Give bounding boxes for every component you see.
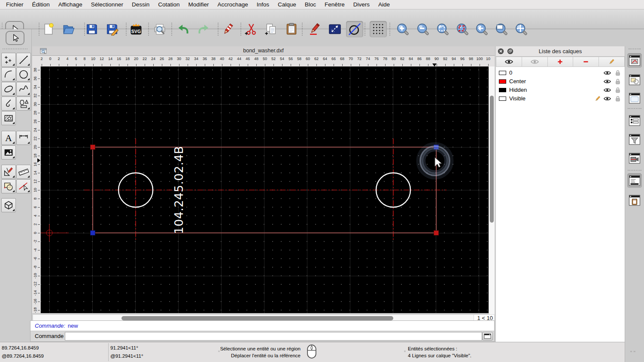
add-layer-button[interactable]: [548, 57, 574, 67]
save-button[interactable]: [83, 21, 100, 37]
layer-visibility-icon[interactable]: [604, 79, 611, 84]
menu-item-fenetre[interactable]: Fenêtre: [320, 0, 349, 9]
dock-selection-filter-button[interactable]: [627, 132, 642, 147]
menu-item-aide[interactable]: Aide: [374, 0, 394, 9]
show-all-layers-button[interactable]: [496, 57, 522, 67]
layer-row-visible[interactable]: Visible: [496, 94, 625, 103]
modify-tool-button[interactable]: [1, 165, 16, 179]
cut-button[interactable]: [243, 21, 260, 37]
print-preview-button[interactable]: [151, 21, 168, 37]
drawing-canvas[interactable]: 104.245.02.4B: [41, 66, 489, 313]
menu-item-affichage[interactable]: Affichage: [54, 0, 87, 9]
text-tool-button[interactable]: A: [1, 131, 16, 145]
new-file-button[interactable]: [40, 21, 57, 37]
vertical-scrollbar[interactable]: [489, 66, 495, 314]
save-as-button[interactable]: [103, 21, 121, 37]
menu-item-cotation[interactable]: Cotation: [154, 0, 184, 9]
measure-tool-button[interactable]: [16, 165, 31, 179]
layer-lock-icon[interactable]: [615, 70, 620, 76]
menu-item-fichier[interactable]: Fichier: [2, 0, 28, 9]
zoom-redraw-button[interactable]: [454, 21, 471, 37]
arc-tool-button[interactable]: [1, 67, 16, 81]
zoom-previous-button[interactable]: [473, 21, 490, 37]
menu-item-divers[interactable]: Divers: [349, 0, 374, 9]
dock-library-browser-button[interactable]: [627, 91, 642, 106]
dock-named-views-button[interactable]: [627, 151, 642, 166]
menu-item-selectionner[interactable]: Sélectionner: [87, 0, 128, 9]
dock-clipboard-button[interactable]: [627, 193, 642, 208]
dock-layer-list-button[interactable]: [627, 53, 642, 68]
open-file-button[interactable]: [60, 21, 77, 37]
part-label[interactable]: 104.245.02.4B: [172, 146, 185, 234]
layer-visibility-icon[interactable]: [604, 70, 611, 75]
layer-color-swatch[interactable]: [499, 88, 506, 92]
pen-attributes-button[interactable]: [307, 21, 324, 37]
spline-tool-button[interactable]: [16, 82, 31, 96]
layer-color-swatch[interactable]: [499, 79, 506, 84]
menu-item-infos[interactable]: Infos: [252, 0, 273, 9]
dock-grip[interactable]: [629, 48, 641, 49]
redo-button[interactable]: [195, 21, 212, 37]
command-input[interactable]: [65, 332, 482, 341]
command-history[interactable]: Commande:new: [30, 321, 494, 331]
block-tool-button[interactable]: [1, 179, 16, 193]
explode-button[interactable]: [326, 21, 343, 37]
horizontal-scrollbar-thumb[interactable]: [122, 316, 393, 320]
layer-lock-icon[interactable]: [615, 87, 620, 93]
menu-item-modifier[interactable]: Modifier: [184, 0, 213, 9]
layer-color-swatch[interactable]: [499, 97, 506, 101]
svg-export-button[interactable]: SVG: [128, 21, 145, 37]
remove-layer-button[interactable]: [573, 57, 599, 67]
palette-grip[interactable]: [3, 48, 27, 49]
layer-color-swatch[interactable]: [499, 71, 506, 75]
delete-button[interactable]: [219, 21, 237, 37]
menu-item-calque[interactable]: Calque: [273, 0, 301, 9]
zoom-window-button[interactable]: [493, 21, 510, 37]
undo-icon: [176, 23, 190, 36]
dock-entity-list-button[interactable]: [627, 113, 642, 128]
menu-item-edition[interactable]: Édition: [28, 0, 54, 9]
center-lines[interactable]: [84, 139, 447, 241]
arc-tool-icon: [3, 69, 14, 80]
dock-block-list-button[interactable]: [627, 72, 642, 87]
zoom-pan-button[interactable]: [513, 21, 530, 37]
dimension-tool-button[interactable]: [16, 131, 31, 145]
layer-row-hidden[interactable]: Hidden: [496, 86, 625, 94]
modify-layer-button[interactable]: [599, 57, 625, 67]
zoom-auto-button[interactable]: [434, 21, 451, 37]
layer-row-center[interactable]: Center: [496, 77, 625, 86]
image-tool-button[interactable]: [1, 145, 16, 160]
layer-visibility-icon[interactable]: [604, 87, 611, 93]
paste-button[interactable]: [283, 21, 300, 37]
layer-lock-icon[interactable]: [615, 78, 620, 84]
solid-tool-button[interactable]: [1, 198, 16, 212]
hatch-tool-button[interactable]: [1, 111, 16, 125]
snap-grid-button[interactable]: [370, 21, 387, 37]
palette-selection-pointer-button[interactable]: [6, 31, 24, 45]
ellipse-tool-button[interactable]: [1, 82, 16, 96]
undo-button[interactable]: [175, 21, 192, 37]
polyline-tool-button[interactable]: [1, 97, 16, 111]
line-tool-button[interactable]: [16, 53, 31, 67]
command-detach-button[interactable]: [482, 332, 493, 341]
dock-grip-bottom[interactable]: [630, 351, 635, 352]
hide-all-layers-button[interactable]: [522, 57, 548, 67]
dock-command-line-button[interactable]: [627, 173, 642, 188]
snap-entity-button[interactable]: [346, 21, 363, 37]
select-entity-tool-button[interactable]: [16, 179, 31, 193]
layer-lock-icon[interactable]: [615, 96, 620, 102]
copy-button[interactable]: [263, 21, 280, 37]
menu-item-dessin[interactable]: Dessin: [128, 0, 154, 9]
shapes-tool-button[interactable]: [16, 97, 31, 111]
vertical-scrollbar-thumb[interactable]: [490, 96, 494, 223]
hint-secondary: Déplacer l'entité ou la référence: [231, 353, 301, 358]
layer-visibility-icon[interactable]: [604, 96, 611, 101]
circle-tool-button[interactable]: [16, 67, 31, 81]
zoom-in-button[interactable]: [394, 21, 411, 37]
layer-row-0[interactable]: 0: [496, 69, 625, 77]
points-tool-button[interactable]: [1, 53, 16, 67]
zoom-out-button[interactable]: [414, 21, 431, 37]
menu-item-accrochage[interactable]: Accrochage: [213, 0, 252, 9]
toolbar-separator: [365, 23, 365, 36]
menu-item-bloc[interactable]: Bloc: [301, 0, 320, 9]
